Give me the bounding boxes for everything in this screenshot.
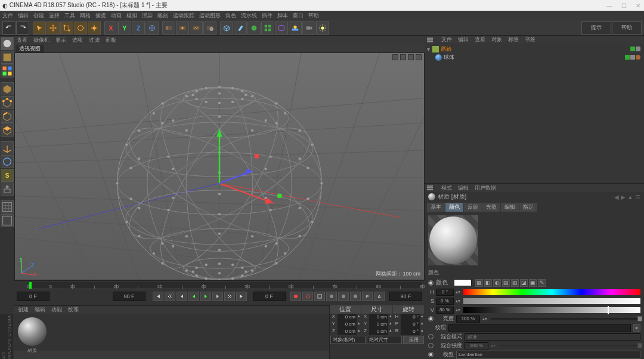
coord-dd-1[interactable]: 对象(相对)	[330, 336, 366, 344]
v-field[interactable]: 80 %	[436, 307, 454, 314]
spinner-icon[interactable]: ▴	[357, 321, 361, 328]
axis-toggle-button[interactable]	[1, 141, 14, 154]
mix-radio[interactable]	[428, 334, 434, 339]
vp-menu-item[interactable]: 面板	[106, 36, 116, 44]
texture-options-button[interactable]: ▸	[633, 324, 640, 332]
mixstr-slider[interactable]	[499, 345, 640, 346]
brightness-slider[interactable]	[491, 318, 640, 320]
render-region-button[interactable]	[176, 21, 189, 35]
texture-link-field[interactable]	[448, 324, 631, 332]
help-button[interactable]: 帮助	[612, 21, 642, 35]
coord-value-field[interactable]: 0 cm	[369, 314, 388, 321]
snap-button[interactable]: S	[1, 169, 14, 182]
coord-apply-button[interactable]: 应用	[403, 336, 424, 344]
spinner-icon[interactable]: ▴▾	[491, 343, 497, 348]
max-frame-field[interactable]: 90 F	[389, 292, 422, 301]
close-button[interactable]: ✕	[634, 2, 642, 9]
play-button[interactable]	[200, 292, 211, 301]
menu-item[interactable]: 流水线	[241, 12, 257, 20]
minimize-button[interactable]: —	[606, 2, 613, 9]
render-picture-button[interactable]	[190, 21, 203, 35]
misc-button[interactable]	[1, 214, 14, 227]
coord-system-button[interactable]	[145, 21, 159, 35]
tree-row[interactable]: ▾ 原始	[426, 45, 643, 53]
workplane-button[interactable]	[1, 64, 14, 78]
tree-row[interactable]: 球体	[426, 53, 643, 61]
menu-item[interactable]: 雕刻	[157, 12, 168, 20]
y-axis-toggle[interactable]: Y	[118, 21, 131, 35]
brightness-field[interactable]: 100 %	[456, 315, 480, 323]
mixmode-field[interactable]: 标准	[465, 333, 640, 341]
h-field[interactable]: 0 °	[436, 289, 454, 296]
coord-value-field[interactable]: 0 cm	[338, 314, 357, 321]
edge-mode-button[interactable]	[1, 110, 14, 123]
attr-back-icon[interactable]: ◀	[614, 194, 619, 200]
spinner-icon[interactable]: ▴	[420, 328, 425, 335]
coord-dd-2[interactable]: 绝对尺寸	[367, 336, 402, 344]
record-button[interactable]	[290, 292, 301, 301]
menu-item[interactable]: 帮助	[308, 12, 319, 20]
next-frame-button[interactable]	[212, 292, 223, 301]
tree-label[interactable]: 原始	[441, 45, 451, 53]
next-key-button[interactable]	[224, 292, 235, 301]
spinner-icon[interactable]: ▴▾	[456, 307, 462, 312]
picker-icon[interactable]: ▦	[475, 279, 483, 287]
attr-menu-item[interactable]: 用户数据	[475, 184, 496, 192]
menu-item[interactable]: 角色	[225, 12, 236, 20]
attr-up-icon[interactable]: ▲	[627, 194, 633, 200]
last-tool[interactable]	[88, 21, 101, 35]
mat-tab[interactable]: 创建	[18, 306, 29, 314]
mat-tab[interactable]: 功能	[51, 306, 62, 314]
menu-item[interactable]: 文件	[2, 12, 13, 20]
model-dropdown[interactable]: Lambertian	[456, 351, 640, 359]
picker-icon[interactable]: ✎	[538, 279, 546, 287]
prev-frame-button[interactable]	[177, 292, 187, 301]
vp-menu-item[interactable]: 选项	[72, 36, 83, 44]
attr-tab[interactable]: 反射	[464, 203, 482, 212]
environment-button[interactable]	[289, 21, 302, 35]
subdivision-button[interactable]	[247, 21, 261, 35]
hue-slider[interactable]	[463, 289, 640, 295]
spinner-icon[interactable]: ▴▾	[456, 289, 462, 295]
spinner-icon[interactable]: ▴▾	[456, 298, 462, 304]
obj-menu-item[interactable]: 文件	[441, 36, 452, 44]
picker-icon[interactable]: ▤	[502, 279, 510, 287]
menu-item[interactable]: 选择	[49, 12, 60, 20]
mixstr-radio[interactable]	[428, 343, 434, 348]
menu-item[interactable]: 创建	[33, 12, 44, 20]
keysel-button[interactable]	[314, 292, 325, 301]
play-back-button[interactable]	[188, 292, 199, 301]
point-mode-button[interactable]	[1, 96, 14, 109]
pen-tool-button[interactable]	[234, 21, 247, 35]
picker-icon[interactable]: ◧	[484, 279, 492, 287]
menu-item[interactable]: 动画	[111, 12, 122, 20]
menu-item[interactable]: 网格	[80, 12, 91, 20]
s-field[interactable]: 0 %	[436, 298, 454, 305]
viewport-tab[interactable]: 透视视图	[16, 45, 44, 52]
timeline-ruler[interactable]: 05102030405060708090	[29, 282, 422, 289]
attr-mode-icon[interactable]: ☰	[635, 194, 640, 200]
key-pla-button[interactable]	[374, 292, 385, 301]
attr-menu-item[interactable]: 编辑	[458, 184, 469, 192]
spinner-icon[interactable]: ▴	[388, 314, 393, 321]
camera-button[interactable]	[302, 21, 315, 35]
select-tool[interactable]	[33, 21, 46, 35]
render-view-button[interactable]	[162, 21, 175, 35]
vp-pos-icon[interactable]	[392, 54, 398, 60]
attr-tab[interactable]: 颜色	[445, 203, 463, 212]
coord-value-field[interactable]: 0 °	[401, 321, 420, 328]
spinner-icon[interactable]: ▴	[388, 321, 393, 328]
model-mode-button[interactable]	[1, 37, 14, 50]
z-axis-toggle[interactable]: Z	[132, 21, 145, 35]
menu-item[interactable]: 捕捉	[95, 12, 106, 20]
menu-item[interactable]: 渲染	[142, 12, 153, 20]
rotate-tool[interactable]	[74, 21, 87, 35]
deformer-button[interactable]	[275, 21, 288, 35]
coord-value-field[interactable]: 0 °	[401, 328, 420, 335]
poly-mode-button[interactable]	[1, 123, 14, 137]
vp-menu-item[interactable]: 过滤	[89, 36, 100, 44]
scale-tool[interactable]	[60, 21, 73, 35]
coord-value-field[interactable]: 0 cm	[338, 328, 357, 335]
material-preview-large[interactable]	[428, 215, 478, 265]
material-preview[interactable]	[18, 317, 47, 346]
